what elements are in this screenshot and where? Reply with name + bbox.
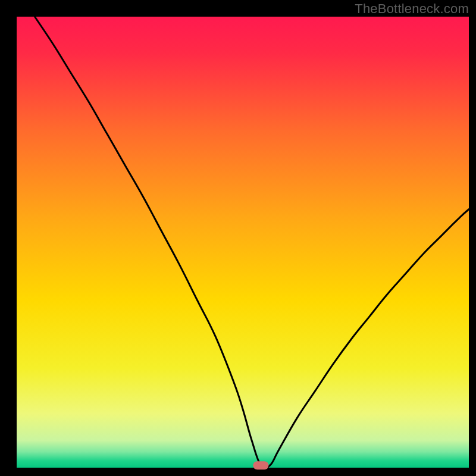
bottleneck-plot (0, 0, 476, 476)
chart-frame: TheBottleneck.com (0, 0, 476, 476)
watermark-text: TheBottleneck.com (355, 1, 469, 17)
minimum-marker (253, 461, 268, 469)
plot-area (17, 17, 469, 468)
